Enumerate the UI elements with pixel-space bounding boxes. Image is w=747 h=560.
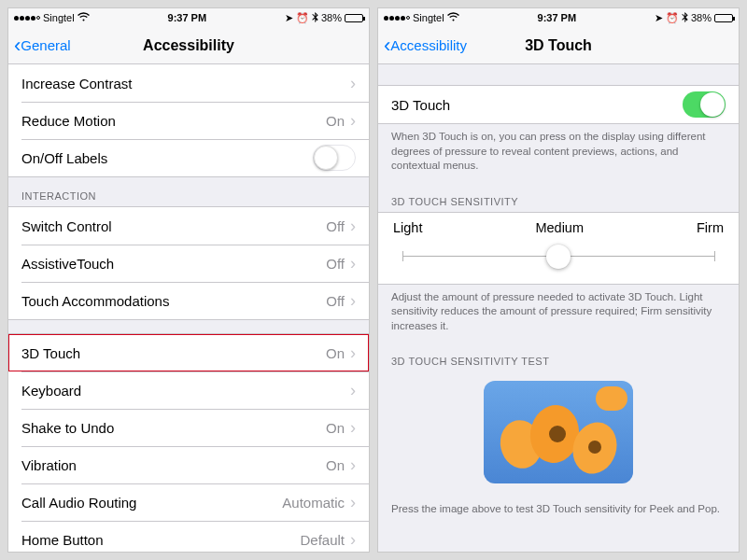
slider-thumb[interactable] <box>546 245 571 269</box>
carrier-label: Singtel <box>43 12 75 23</box>
row-home-button[interactable]: Home Button Default › <box>8 521 369 552</box>
3d-touch-screen: Singtel 9:37 PM ➤ ⏰ 38% ‹ Accessibility <box>377 7 740 553</box>
onoff-labels-switch[interactable] <box>313 145 356 171</box>
chevron-right-icon: › <box>350 382 356 399</box>
chevron-left-icon: ‹ <box>14 35 21 56</box>
row-keyboard[interactable]: Keyboard › <box>8 371 369 409</box>
chevron-right-icon: › <box>350 344 356 361</box>
3d-touch-description: When 3D Touch is on, you can press on th… <box>378 124 739 183</box>
row-shake-to-undo[interactable]: Shake to Undo On › <box>8 409 369 446</box>
row-3d-touch-toggle[interactable]: 3D Touch <box>378 86 739 123</box>
row-onoff-labels[interactable]: On/Off Labels <box>8 139 369 176</box>
back-button[interactable]: ‹ General <box>14 35 71 56</box>
3d-touch-switch[interactable] <box>683 91 726 118</box>
signal-dots-icon <box>14 16 40 21</box>
chevron-right-icon: › <box>350 292 356 309</box>
row-switch-control[interactable]: Switch Control Off › <box>8 207 369 245</box>
row-increase-contrast[interactable]: Increase Contrast › <box>8 64 369 102</box>
status-time: 9:37 PM <box>168 12 207 23</box>
page-title: 3D Touch <box>525 37 592 54</box>
back-label: General <box>21 37 70 53</box>
back-button[interactable]: ‹ Accessibility <box>384 35 467 56</box>
status-time: 9:37 PM <box>538 12 577 23</box>
accessibility-screen: Singtel 9:37 PM ➤ ⏰ 38% ‹ General A <box>7 7 370 553</box>
chevron-left-icon: ‹ <box>384 35 390 56</box>
nav-bar: ‹ Accessibility 3D Touch <box>378 27 739 64</box>
row-3d-touch[interactable]: 3D Touch On › <box>8 334 369 371</box>
test-description: Press the image above to test 3D Touch s… <box>378 497 739 526</box>
battery-icon <box>345 14 363 22</box>
slider-label-medium: Medium <box>535 220 584 235</box>
sensitivity-slider[interactable] <box>402 245 714 269</box>
battery-pct: 38% <box>691 12 712 23</box>
page-title: Accessibility <box>143 37 234 54</box>
row-assistivetouch[interactable]: AssistiveTouch Off › <box>8 245 369 282</box>
nav-bar: ‹ General Accessibility <box>8 27 369 64</box>
bluetooth-icon <box>682 12 688 24</box>
alarm-icon: ⏰ <box>666 12 679 24</box>
chevron-right-icon: › <box>350 112 356 129</box>
sensitivity-slider-row: Light Medium Firm <box>378 212 739 285</box>
status-bar: Singtel 9:37 PM ➤ ⏰ 38% <box>8 8 369 27</box>
wifi-icon <box>78 12 90 23</box>
battery-icon <box>714 14 733 22</box>
battery-pct: 38% <box>321 12 342 23</box>
chevron-right-icon: › <box>350 419 356 436</box>
sensitivity-description: Adjust the amount of pressure needed to … <box>378 285 739 343</box>
chevron-right-icon: › <box>350 531 356 548</box>
sensitivity-test-image[interactable] <box>484 381 633 483</box>
alarm-icon: ⏰ <box>296 12 309 24</box>
status-bar: Singtel 9:37 PM ➤ ⏰ 38% <box>378 8 739 27</box>
bluetooth-icon <box>312 12 318 24</box>
location-icon: ➤ <box>655 12 663 24</box>
signal-dots-icon <box>384 16 410 21</box>
row-vibration[interactable]: Vibration On › <box>8 446 369 483</box>
row-reduce-motion[interactable]: Reduce Motion On › <box>8 102 369 139</box>
chevron-right-icon: › <box>350 217 356 234</box>
back-label: Accessibility <box>390 37 467 53</box>
section-header-interaction: INTERACTION <box>8 177 369 206</box>
chevron-right-icon: › <box>350 255 356 272</box>
chevron-right-icon: › <box>350 75 356 91</box>
section-header-test: 3D TOUCH SENSITIVITY TEST <box>378 343 739 371</box>
slider-label-light: Light <box>393 220 422 235</box>
carrier-label: Singtel <box>413 12 444 23</box>
chevron-right-icon: › <box>350 456 356 473</box>
row-call-audio-routing[interactable]: Call Audio Routing Automatic › <box>8 483 369 521</box>
section-header-sensitivity: 3D TOUCH SENSITIVITY <box>378 183 739 212</box>
location-icon: ➤ <box>285 12 293 24</box>
wifi-icon <box>447 12 459 23</box>
slider-label-firm: Firm <box>697 220 724 235</box>
row-touch-accommodations[interactable]: Touch Accommodations Off › <box>8 282 369 319</box>
chevron-right-icon: › <box>350 494 356 511</box>
